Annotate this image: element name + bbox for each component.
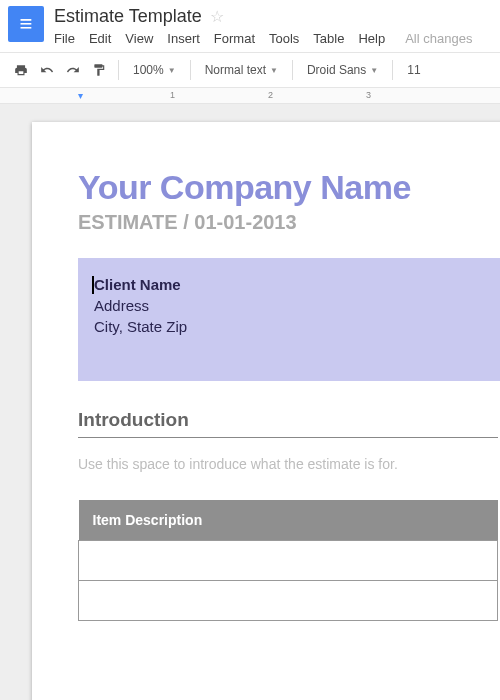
ruler-mark: 1: [170, 90, 175, 100]
ruler-mark: 3: [366, 90, 371, 100]
style-dropdown[interactable]: Normal text▼: [199, 61, 284, 79]
table-row[interactable]: [79, 581, 498, 621]
style-value: Normal text: [205, 63, 266, 77]
star-icon[interactable]: ☆: [210, 7, 224, 26]
undo-button[interactable]: [36, 59, 58, 81]
menu-insert[interactable]: Insert: [167, 31, 200, 46]
menu-view[interactable]: View: [125, 31, 153, 46]
client-name[interactable]: Client Name: [94, 276, 500, 293]
intro-text[interactable]: Use this space to introduce what the est…: [78, 456, 500, 472]
item-table-header[interactable]: Item Description: [79, 500, 498, 541]
zoom-value: 100%: [133, 63, 164, 77]
ruler[interactable]: ▾ 1 2 3: [0, 88, 500, 104]
intro-heading[interactable]: Introduction: [78, 409, 500, 431]
menu-file[interactable]: File: [54, 31, 75, 46]
font-dropdown[interactable]: Droid Sans▼: [301, 61, 384, 79]
menu-icon: ≡: [20, 11, 33, 37]
estimate-date: 01-01-2013: [194, 211, 296, 233]
client-citystate[interactable]: City, State Zip: [94, 318, 500, 335]
client-box[interactable]: Client Name Address City, State Zip: [78, 258, 500, 381]
save-status: All changes: [405, 31, 472, 46]
intro-divider: [78, 437, 498, 438]
menu-edit[interactable]: Edit: [89, 31, 111, 46]
document-canvas[interactable]: Your Company Name ESTIMATE / 01-01-2013 …: [0, 104, 500, 700]
app-icon[interactable]: ≡: [8, 6, 44, 42]
zoom-dropdown[interactable]: 100%▼: [127, 61, 182, 79]
menu-tools[interactable]: Tools: [269, 31, 299, 46]
redo-button[interactable]: [62, 59, 84, 81]
chevron-down-icon: ▼: [370, 66, 378, 75]
page[interactable]: Your Company Name ESTIMATE / 01-01-2013 …: [32, 122, 500, 700]
estimate-sep: /: [178, 211, 195, 233]
client-address[interactable]: Address: [94, 297, 500, 314]
company-name[interactable]: Your Company Name: [78, 168, 500, 207]
text-cursor: [92, 276, 94, 294]
item-table[interactable]: Item Description: [78, 500, 498, 621]
menu-help[interactable]: Help: [358, 31, 385, 46]
document-title[interactable]: Estimate Template: [54, 6, 202, 27]
table-row[interactable]: [79, 541, 498, 581]
chevron-down-icon: ▼: [270, 66, 278, 75]
menu-table[interactable]: Table: [313, 31, 344, 46]
menubar: File Edit View Insert Format Tools Table…: [54, 31, 492, 46]
fontsize-dropdown[interactable]: 11: [401, 61, 426, 79]
toolbar: 100%▼ Normal text▼ Droid Sans▼ 11: [0, 52, 500, 88]
paint-format-button[interactable]: [88, 59, 110, 81]
estimate-label: ESTIMATE: [78, 211, 178, 233]
indent-marker[interactable]: ▾: [78, 90, 83, 101]
ruler-mark: 2: [268, 90, 273, 100]
menu-format[interactable]: Format: [214, 31, 255, 46]
estimate-line[interactable]: ESTIMATE / 01-01-2013: [78, 211, 500, 234]
font-value: Droid Sans: [307, 63, 366, 77]
fontsize-value: 11: [407, 63, 420, 77]
chevron-down-icon: ▼: [168, 66, 176, 75]
print-button[interactable]: [10, 59, 32, 81]
